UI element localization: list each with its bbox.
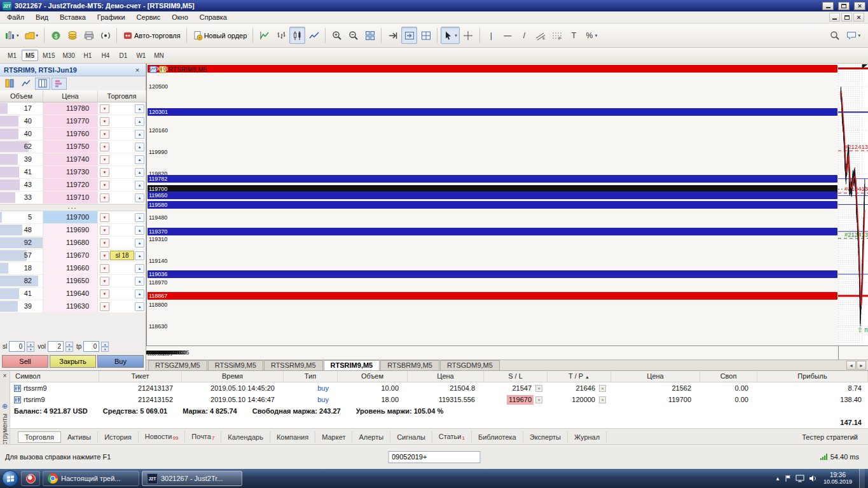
menu-item-5[interactable]: Окно xyxy=(166,12,194,22)
deposit-button[interactable]: $ xyxy=(48,27,64,44)
toolbox-column-9[interactable]: Своп xyxy=(700,371,757,382)
spin-up-icon[interactable]: ▴ xyxy=(65,342,73,347)
sl-marker[interactable]: sl 18 xyxy=(110,251,134,260)
timeframe-H1[interactable]: H1 xyxy=(79,50,96,61)
signal-button[interactable] xyxy=(97,27,113,44)
dom-price-cell[interactable]: 119680 xyxy=(43,237,98,249)
toolbox-tab-Статьи[interactable]: Статьи1 xyxy=(432,431,472,443)
sell-caret-icon[interactable]: ▾ xyxy=(100,264,109,273)
sell-caret-icon[interactable]: ▾ xyxy=(100,130,109,139)
horizontal-line-button[interactable]: — xyxy=(500,27,516,44)
chart-tab-RTSBRM9,M5[interactable]: RTSBRM9,M5 xyxy=(380,360,439,370)
toolbox-tab-Маркет[interactable]: Маркет xyxy=(315,431,352,443)
sell-button[interactable]: Sell xyxy=(2,355,48,368)
buy-caret-icon[interactable]: ▴ xyxy=(135,302,144,311)
buy-caret-icon[interactable]: ▴ xyxy=(135,239,144,247)
price-axis[interactable]: 1205001201601199901198201194801193101191… xyxy=(146,64,838,345)
dom-price-cell[interactable]: 119650 xyxy=(43,275,98,287)
child-restore-button[interactable] xyxy=(841,13,852,22)
chart-tab-RTSRIM9,M5[interactable]: RTSRIM9,M5 xyxy=(324,360,380,370)
scroll-right-icon[interactable]: ► xyxy=(857,361,866,370)
arrows-tool-button[interactable]: %▾ xyxy=(582,27,600,44)
menu-item-4[interactable]: Сервис xyxy=(131,12,167,22)
chart-tab-RTSSRM9,M5[interactable]: RTSSRM9,M5 xyxy=(264,360,323,370)
sell-caret-icon[interactable]: ▾ xyxy=(100,213,109,222)
trendline-button[interactable]: / xyxy=(516,27,532,44)
scroll-left-icon[interactable]: ◄ xyxy=(846,361,856,370)
dom-orders-button[interactable] xyxy=(2,78,17,90)
sell-caret-icon[interactable]: ▾ xyxy=(100,168,109,177)
start-button[interactable] xyxy=(2,470,18,487)
child-close-button[interactable]: × xyxy=(853,13,864,22)
buy-caret-icon[interactable]: ▴ xyxy=(135,143,144,151)
toolbox-column-5[interactable]: Цена xyxy=(408,371,484,382)
close-position-button[interactable]: Закрыть xyxy=(50,355,96,368)
sell-caret-icon[interactable]: ▾ xyxy=(100,181,109,190)
buy-caret-icon[interactable]: ▴ xyxy=(135,213,144,222)
indicators-button[interactable] xyxy=(256,27,272,44)
toolbox-tab-Компания[interactable]: Компания xyxy=(270,431,315,443)
clear-tp-icon[interactable]: × xyxy=(599,385,606,392)
dom-price-cell[interactable]: 119710 xyxy=(43,192,98,204)
toolbox-tab-Активы[interactable]: Активы xyxy=(61,431,98,443)
taskbar-mt5-window[interactable]: J2T 3021267 - Just2Tr... xyxy=(142,471,242,486)
spin-down-icon[interactable]: ▾ xyxy=(65,347,73,352)
sell-caret-icon[interactable]: ▾ xyxy=(100,239,109,247)
channel-button[interactable]: E xyxy=(533,27,549,44)
chart-shift-button[interactable] xyxy=(385,27,401,44)
auto-scroll-button[interactable] xyxy=(401,27,417,44)
strategy-tester-label[interactable]: Тестер стратегий xyxy=(802,433,868,441)
chart-tab-RTSGZM9,M5[interactable]: RTSGZM9,M5 xyxy=(148,360,207,370)
timeframe-MN[interactable]: MN xyxy=(151,50,167,61)
toolbox-tab-Новости[interactable]: Новости99 xyxy=(139,431,186,443)
timeframe-M5[interactable]: M5 xyxy=(22,50,38,61)
toolbox-column-6[interactable]: S / L xyxy=(484,371,548,382)
toolbox-column-8[interactable]: Цена xyxy=(611,371,700,382)
dom-price-cell[interactable]: 119770 xyxy=(43,115,98,127)
dom-price-cell[interactable]: 119700 xyxy=(43,211,98,223)
timeframe-H4[interactable]: H4 xyxy=(97,50,114,61)
tile-windows-button[interactable] xyxy=(362,27,378,44)
show-desktop-button[interactable] xyxy=(859,469,865,488)
toolbox-tab-Библиотека[interactable]: Библиотека xyxy=(472,431,523,443)
time-axis[interactable]: 10 May 201910 May 07:4510 May 08:2510 Ma… xyxy=(146,345,838,359)
auto-trading-button[interactable]: Авто-торговля xyxy=(120,27,183,44)
toolbox-tab-Алерты[interactable]: Алерты xyxy=(352,431,390,443)
status-field[interactable] xyxy=(388,451,480,463)
tray-chevron-icon[interactable]: ▲ xyxy=(775,476,780,482)
sell-caret-icon[interactable]: ▾ xyxy=(100,277,109,286)
community-button[interactable]: ▾ xyxy=(844,27,863,44)
sell-caret-icon[interactable]: ▾ xyxy=(100,117,109,126)
toolbox-tab-История[interactable]: История xyxy=(98,431,139,443)
spin-up-icon[interactable]: ▴ xyxy=(101,342,109,347)
funds-button[interactable] xyxy=(64,27,80,44)
vol-input[interactable]: 2 xyxy=(48,341,64,352)
menu-item-1[interactable]: Вид xyxy=(30,12,54,22)
clear-tp-icon[interactable]: × xyxy=(599,396,606,403)
dom-price-cell[interactable]: 119780 xyxy=(43,102,98,115)
toolbox-tab-Эксперты[interactable]: Эксперты xyxy=(523,431,568,443)
fibonacci-button[interactable]: F xyxy=(549,27,565,44)
sell-caret-icon[interactable]: ▾ xyxy=(100,104,109,113)
toolbox-tab-Календарь[interactable]: Календарь xyxy=(221,431,270,443)
toolbox-column-4[interactable]: Объем xyxy=(338,371,408,382)
toolbox-close-icon[interactable]: × xyxy=(3,372,7,379)
clear-sl-icon[interactable]: × xyxy=(535,396,542,403)
buy-caret-icon[interactable]: ▴ xyxy=(135,168,144,177)
line-chart-button[interactable] xyxy=(306,27,322,44)
new-order-button[interactable]: + Новый ордер xyxy=(190,27,250,44)
buy-caret-icon[interactable]: ▴ xyxy=(135,155,144,164)
toolbox-column-10[interactable]: Прибыль xyxy=(757,371,868,382)
spin-up-icon[interactable]: ▴ xyxy=(27,342,34,347)
tp-input[interactable]: 0 xyxy=(83,341,99,352)
connection-status[interactable]: 54.40 ms xyxy=(820,453,863,461)
chart-plot[interactable]: #212413152 tp#212413152 sl#212413152 buy… xyxy=(838,64,868,345)
sell-caret-icon[interactable]: ▾ xyxy=(100,302,109,311)
print-button[interactable] xyxy=(81,27,97,44)
dom-price-cell[interactable]: 119760 xyxy=(43,128,98,140)
dom-price-cell[interactable]: 119630 xyxy=(43,300,98,312)
buy-caret-icon[interactable]: ▴ xyxy=(135,193,144,202)
clear-sl-icon[interactable]: × xyxy=(535,385,542,392)
buy-button[interactable]: Buy xyxy=(97,355,144,368)
dom-price-cell[interactable]: 119740 xyxy=(43,153,98,165)
